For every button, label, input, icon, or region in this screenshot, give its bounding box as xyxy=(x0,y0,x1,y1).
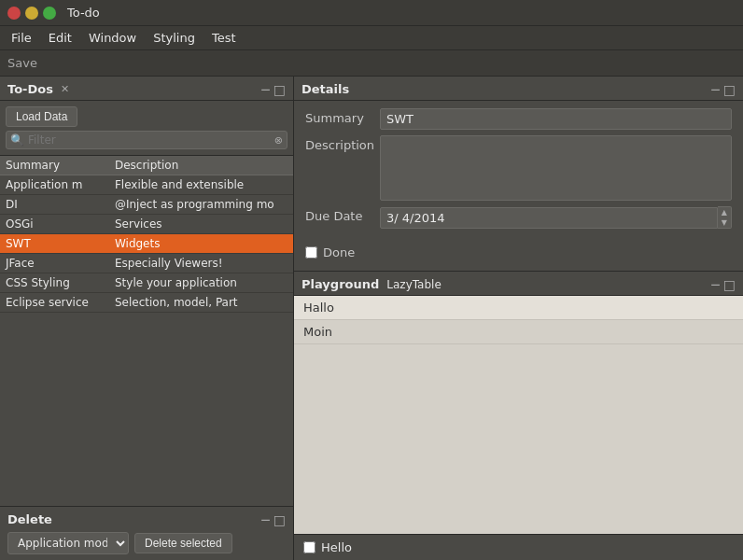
due-date-label: Due Date xyxy=(305,206,380,223)
todo-summary-cell: SWT xyxy=(0,234,109,254)
playground-section: Playground LazyTable ─ □ HalloMoin Hello xyxy=(294,272,743,560)
window-buttons xyxy=(7,7,56,20)
menu-file[interactable]: File xyxy=(4,29,39,47)
playground-minimize-icon[interactable]: ─ xyxy=(711,278,719,291)
window-title: To-do xyxy=(67,6,100,20)
summary-label: Summary xyxy=(305,108,380,125)
search-icon: 🔍 xyxy=(10,133,24,147)
due-date-input[interactable] xyxy=(380,207,718,229)
todos-panel-controls: ─ □ xyxy=(261,83,286,96)
col-header-description: Description xyxy=(109,156,293,175)
table-row[interactable]: OSGiServices xyxy=(0,215,293,234)
menu-window[interactable]: Window xyxy=(81,29,144,47)
filter-input[interactable] xyxy=(28,133,271,147)
playground-panel-controls: ─ □ xyxy=(711,278,736,291)
due-date-row: Due Date ▲ ▼ xyxy=(305,206,732,229)
delete-select[interactable]: Application modelDIOSGiSWTJFaceCSS Styli… xyxy=(7,532,129,554)
table-row[interactable]: JFaceEspecially Viewers! xyxy=(0,254,293,273)
details-maximize-icon[interactable]: □ xyxy=(723,83,736,96)
details-section: Details ─ □ Summary Description xyxy=(294,77,743,272)
delete-maximize-icon[interactable]: □ xyxy=(273,513,286,526)
todos-close-tab[interactable]: ✕ xyxy=(59,83,71,95)
playground-title-area: Playground LazyTable xyxy=(301,277,442,291)
todo-summary-cell: Eclipse service xyxy=(0,293,109,313)
save-button[interactable]: Save xyxy=(7,56,37,70)
delete-controls-row: Application modelDIOSGiSWTJFaceCSS Styli… xyxy=(7,532,286,554)
playground-maximize-icon[interactable]: □ xyxy=(723,278,736,291)
todo-description-cell: Flexible and extensible xyxy=(109,175,293,195)
playground-checkbox[interactable] xyxy=(303,541,315,553)
list-item[interactable]: Moin xyxy=(294,320,743,344)
menu-edit[interactable]: Edit xyxy=(41,29,79,47)
todo-table: Summary Description Application mFlexibl… xyxy=(0,156,293,506)
todo-summary-cell: Application m xyxy=(0,175,109,195)
todo-description-cell: Selection, model, Part xyxy=(109,293,293,313)
todos-panel-header: To-Dos ✕ ─ □ xyxy=(0,77,293,101)
todo-description-cell: Services xyxy=(109,215,293,234)
todos-panel-title: To-Dos xyxy=(7,82,53,96)
menu-test[interactable]: Test xyxy=(204,29,244,47)
spinner-up-icon[interactable]: ▲ xyxy=(722,207,727,217)
todo-description-cell: @Inject as programming mo xyxy=(109,195,293,215)
right-panel: Details ─ □ Summary Description xyxy=(294,77,743,560)
list-item[interactable]: Hallo xyxy=(294,296,743,320)
todos-actions: Load Data 🔍 ⊗ xyxy=(0,101,293,156)
todos-maximize-icon[interactable]: □ xyxy=(273,83,286,96)
load-data-button[interactable]: Load Data xyxy=(6,106,77,127)
todo-description-cell: Style your application xyxy=(109,273,293,293)
done-checkbox[interactable] xyxy=(305,246,317,259)
playground-list: HalloMoin xyxy=(294,296,743,534)
minimize-button[interactable] xyxy=(25,7,38,20)
playground-title: Playground xyxy=(301,277,379,291)
todo-summary-cell: CSS Styling xyxy=(0,273,109,293)
delete-section: Delete ─ □ Application modelDIOSGiSWTJFa… xyxy=(0,506,293,560)
menubar: File Edit Window Styling Test xyxy=(0,26,743,50)
table-row[interactable]: SWTWidgets xyxy=(0,234,293,254)
filter-clear-icon[interactable]: ⊗ xyxy=(274,134,283,147)
menu-styling[interactable]: Styling xyxy=(146,29,203,47)
description-label: Description xyxy=(305,135,380,152)
todo-summary-cell: JFace xyxy=(0,254,109,273)
table-row[interactable]: DI@Inject as programming mo xyxy=(0,195,293,215)
todo-description-cell: Especially Viewers! xyxy=(109,254,293,273)
due-date-control: ▲ ▼ xyxy=(380,206,732,229)
summary-input[interactable] xyxy=(380,108,732,130)
details-form: Summary Description Due Date ▲ ▼ xyxy=(294,101,743,242)
delete-header: Delete ─ □ xyxy=(7,512,286,526)
table-row[interactable]: Application mFlexible and extensible xyxy=(0,175,293,195)
summary-row: Summary xyxy=(305,108,732,130)
delete-title: Delete xyxy=(7,512,52,526)
delete-panel-controls: ─ □ xyxy=(261,513,286,526)
due-date-spinner[interactable]: ▲ ▼ xyxy=(718,206,732,229)
details-title: Details xyxy=(301,82,349,96)
details-panel-controls: ─ □ xyxy=(711,83,736,96)
titlebar: To-do xyxy=(0,0,743,26)
left-panel: To-Dos ✕ ─ □ Load Data 🔍 ⊗ Summary xyxy=(0,77,294,560)
todos-minimize-icon[interactable]: ─ xyxy=(261,83,269,96)
details-header: Details ─ □ xyxy=(294,77,743,101)
details-minimize-icon[interactable]: ─ xyxy=(711,83,719,96)
filter-row: 🔍 ⊗ xyxy=(6,131,287,149)
description-row: Description xyxy=(305,135,732,201)
playground-header: Playground LazyTable ─ □ xyxy=(294,272,743,296)
done-row: Done xyxy=(294,242,743,263)
delete-minimize-icon[interactable]: ─ xyxy=(261,513,269,526)
toolbar: Save xyxy=(0,50,743,77)
playground-footer: Hello xyxy=(294,534,743,560)
done-label: Done xyxy=(323,245,355,259)
delete-selected-button[interactable]: Delete selected xyxy=(134,533,232,553)
close-button[interactable] xyxy=(7,7,21,20)
todo-summary-cell: DI xyxy=(0,195,109,215)
playground-tab[interactable]: LazyTable xyxy=(386,278,441,291)
playground-footer-label: Hello xyxy=(321,540,352,554)
col-header-summary: Summary xyxy=(0,156,109,175)
todo-summary-cell: OSGi xyxy=(0,215,109,234)
main-area: To-Dos ✕ ─ □ Load Data 🔍 ⊗ Summary xyxy=(0,77,743,560)
maximize-button[interactable] xyxy=(43,7,56,20)
todos-title-area: To-Dos ✕ xyxy=(7,82,71,96)
table-row[interactable]: Eclipse serviceSelection, model, Part xyxy=(0,293,293,313)
todo-description-cell: Widgets xyxy=(109,234,293,254)
spinner-down-icon[interactable]: ▼ xyxy=(722,217,727,228)
description-textarea[interactable] xyxy=(380,135,732,201)
table-row[interactable]: CSS StylingStyle your application xyxy=(0,273,293,293)
